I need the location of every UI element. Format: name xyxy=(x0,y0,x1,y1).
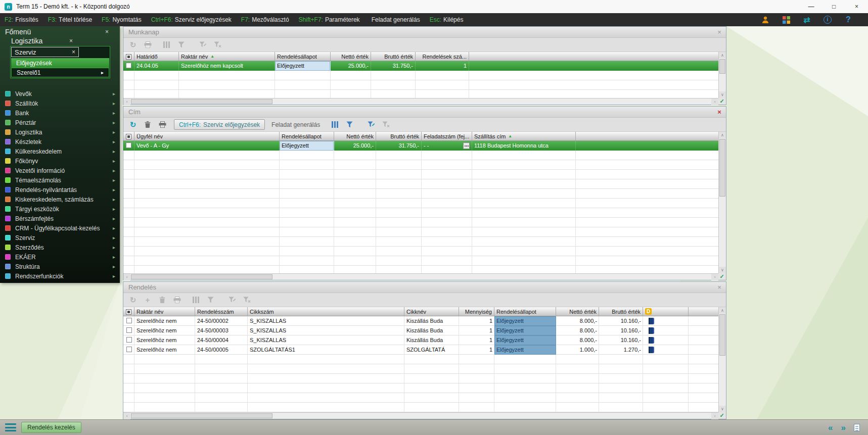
sidebar-item-szerviz[interactable]: Szerviz▸ xyxy=(0,233,120,243)
columns-button[interactable] xyxy=(191,295,201,305)
column-header-netto-ertek[interactable]: Nettó érték xyxy=(334,132,376,140)
column-header-brutto-ertek[interactable]: Bruttó érték xyxy=(376,132,422,140)
fn-kilepes[interactable]: Esc:Kilépés xyxy=(430,16,464,23)
column-header-rendelesek-szama[interactable]: Rendelések szá... xyxy=(416,52,469,61)
row-checkbox[interactable] xyxy=(126,327,132,333)
filter-button[interactable] xyxy=(176,40,186,50)
cim-row-selected[interactable]: Vevő - A - Gy Előjegyzett 25.000,- 31.75… xyxy=(123,141,718,151)
filter-edit-button[interactable] xyxy=(198,40,208,50)
menu-icon[interactable] xyxy=(5,423,16,431)
apps-grid-icon[interactable] xyxy=(782,15,791,24)
clear-filter-button[interactable] xyxy=(381,120,391,130)
document-icon[interactable] xyxy=(649,327,654,334)
column-header-rendelesallapot[interactable]: Rendelésállapot xyxy=(280,132,334,140)
fn-frissites[interactable]: F2:Frissítés xyxy=(5,16,38,23)
scroll-right-button[interactable]: › xyxy=(711,413,718,419)
sidebar-item-rendszerfunkciok[interactable]: Rendszerfunkciók▸ xyxy=(0,271,120,281)
column-header-rendelesallapot[interactable]: Rendelésállapot xyxy=(494,307,556,316)
scrollbar-thumb[interactable] xyxy=(719,139,725,197)
clear-filter-button[interactable] xyxy=(242,295,252,305)
fn-parameterek[interactable]: Shift+F7:Paraméterek xyxy=(299,16,360,23)
fn-tetel-torlese[interactable]: F3:Tétel törlése xyxy=(48,16,92,23)
filter-edit-button[interactable] xyxy=(366,120,376,130)
help-icon[interactable]: ? xyxy=(844,15,853,24)
sidebar-item-ekaer[interactable]: EKÁER▸ xyxy=(0,252,120,262)
horizontal-scrollbar[interactable]: ‹ › xyxy=(123,412,718,419)
fn-nyomtatas[interactable]: F5:Nyomtatás xyxy=(102,16,142,23)
column-header-dokumentum[interactable]: D xyxy=(643,307,689,316)
close-panel-icon[interactable]: × xyxy=(715,283,724,292)
sidebar-item-szerzodes[interactable]: Szerződés▸ xyxy=(0,243,120,252)
popup-item-szerelo1[interactable]: Szerelő1 ▸ xyxy=(11,68,109,77)
close-panel-icon[interactable]: × xyxy=(715,28,724,37)
sidebar-item-fokonyv[interactable]: Főkönyv▸ xyxy=(0,156,120,166)
scroll-down-button[interactable]: ∨ xyxy=(719,406,726,412)
fn-feladat-generalas[interactable]: Feladat generálás xyxy=(370,16,420,23)
print-button[interactable] xyxy=(172,295,182,305)
sidebar-item-bank[interactable]: Bank▸ xyxy=(0,108,120,118)
lookup-button[interactable] xyxy=(463,142,470,149)
scroll-left-button[interactable]: ‹ xyxy=(123,274,130,280)
row-checkbox[interactable] xyxy=(126,142,131,148)
column-header-rendelesallapot[interactable]: Rendelésállapot xyxy=(275,52,331,61)
swap-arrows-icon[interactable]: ⇄ xyxy=(802,15,811,24)
horizontal-scrollbar[interactable]: ‹ › xyxy=(123,98,718,105)
select-all-checkbox[interactable] xyxy=(123,132,134,140)
delete-button[interactable] xyxy=(157,295,167,305)
row-checkbox[interactable] xyxy=(126,347,132,352)
column-header-szallitas-cim[interactable]: Szállítás cím▲ xyxy=(472,132,576,140)
maximize-button[interactable]: □ xyxy=(823,0,845,13)
rendeles-row-4[interactable]: Szerelőhöz nem 24-50/00005 SZOLGÁLTATÁS1… xyxy=(123,345,718,355)
scroll-up-button[interactable]: ∧ xyxy=(719,52,726,59)
close-panel-icon[interactable]: × xyxy=(715,108,724,117)
vertical-scrollbar[interactable]: ∧ ∨ xyxy=(718,52,726,98)
refresh-button[interactable]: ↻ xyxy=(128,40,138,50)
row-checkbox[interactable] xyxy=(126,63,131,68)
column-header-mennyiseg[interactable]: Mennyiség xyxy=(459,307,494,316)
document-icon[interactable] xyxy=(649,318,654,324)
sidebar-item-crm[interactable]: CRM - Ügyfélkapcsolat-kezelés▸ xyxy=(0,223,120,233)
vertical-scrollbar[interactable]: ∧ ∨ xyxy=(718,307,726,412)
select-all-checkbox[interactable] xyxy=(123,307,134,316)
sidebar-item-keszletek[interactable]: Készletek▸ xyxy=(0,137,120,147)
rendeles-row-1[interactable]: Szerelőhöz nem 24-50/00002 S_KISZALLAS K… xyxy=(123,316,718,326)
tab-rendeles-kezeles[interactable]: Rendelés kezelés xyxy=(21,422,81,433)
column-header-cikknev[interactable]: Cikknév xyxy=(404,307,459,316)
scrollbar-thumb[interactable] xyxy=(719,59,725,74)
delete-button[interactable] xyxy=(143,120,153,130)
scroll-down-button[interactable]: ∨ xyxy=(719,91,726,98)
row-checkbox[interactable] xyxy=(126,318,132,323)
column-header-hatarido[interactable]: Határidő xyxy=(134,52,179,61)
add-button[interactable]: + xyxy=(143,295,153,305)
column-header-cikkszam[interactable]: Cikkszám xyxy=(248,307,404,316)
sidebar-item-kulkereskedelem[interactable]: Külkereskedelem▸ xyxy=(0,147,120,156)
sidebar-item-struktura[interactable]: Struktúra▸ xyxy=(0,262,120,271)
navigate-forward-icon[interactable]: » xyxy=(841,423,846,432)
sidebar-item-penztar[interactable]: Pénztár▸ xyxy=(0,118,120,127)
fn-szerviz-elojegyzesek[interactable]: Ctrl+F6:Szerviz előjegyzések xyxy=(151,16,232,23)
scroll-right-button[interactable]: › xyxy=(711,99,718,105)
sidebar-item-targyi-eszkozok[interactable]: Tárgyi eszközök▸ xyxy=(0,204,120,214)
column-header-netto-ertek[interactable]: Nettó érték xyxy=(331,52,371,61)
column-header-raktar-nev[interactable]: Raktár név▲ xyxy=(179,52,275,61)
sidebar-item-szallitok[interactable]: Szállítók▸ xyxy=(0,99,120,108)
navigate-back-icon[interactable]: « xyxy=(828,423,833,432)
rendeles-row-3[interactable]: Szerelőhöz nem 24-50/00004 S_KISZALLAS K… xyxy=(123,335,718,345)
close-main-menu-icon[interactable]: × xyxy=(105,29,109,35)
row-checkbox[interactable] xyxy=(126,337,132,343)
column-header-brutto-ertek[interactable]: Bruttó érték xyxy=(599,307,643,316)
filter-edit-button[interactable] xyxy=(227,295,237,305)
column-header-raktar-nev[interactable]: Raktár név xyxy=(134,307,195,316)
refresh-button[interactable]: ↻ xyxy=(128,295,138,305)
print-button[interactable] xyxy=(157,120,167,130)
refresh-button[interactable]: ↻ xyxy=(128,120,138,130)
scroll-up-button[interactable]: ∧ xyxy=(719,307,726,314)
close-group-icon[interactable]: × xyxy=(69,38,73,44)
scroll-left-button[interactable]: ‹ xyxy=(123,413,130,419)
columns-button[interactable] xyxy=(330,120,340,130)
document-icon[interactable] xyxy=(649,337,654,344)
popup-item-elojegyzesek[interactable]: Előjegyzések xyxy=(11,58,109,68)
sidebar-item-vevok[interactable]: Vevők▸ xyxy=(0,89,120,99)
scroll-right-button[interactable]: › xyxy=(711,274,718,280)
column-header-rendelesszam[interactable]: Rendelésszám xyxy=(195,307,248,316)
